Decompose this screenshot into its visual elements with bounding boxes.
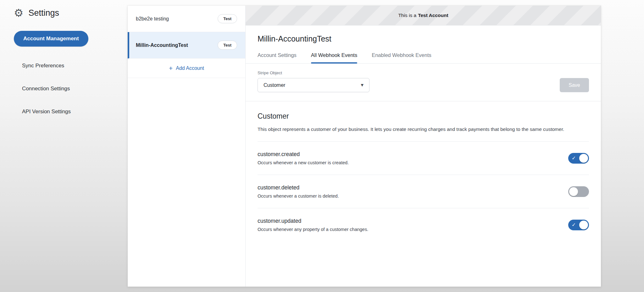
toggle-customer-created[interactable]: ✓ (568, 153, 589, 164)
event-description: Occurs whenever a new customer is create… (258, 160, 349, 165)
save-button[interactable]: Save (560, 78, 589, 92)
account-title: Millin-AccountingTest (258, 34, 589, 43)
check-icon: ✓ (572, 222, 576, 228)
section-description: This object represents a customer of you… (258, 126, 589, 133)
event-row-customer-updated: customer.updated Occurs whenever any pro… (258, 208, 589, 241)
event-text: customer.updated Occurs whenever any pro… (258, 218, 368, 232)
account-header: Millin-AccountingTest (246, 25, 601, 43)
toggle-knob (569, 187, 578, 196)
stripe-object-select[interactable]: Customer ▼ (258, 78, 369, 92)
tab-bar: Account Settings All Webhook Events Enab… (246, 52, 601, 64)
sidebar-item-label: API Version Settings (22, 109, 71, 115)
sidebar-item-label: Account Management (23, 36, 79, 42)
sidebar-item-connection-settings[interactable]: Connection Settings (14, 77, 128, 100)
stripe-object-bar: Stripe Object Customer ▼ Save (246, 64, 601, 101)
toggle-customer-updated[interactable]: ✓ (568, 220, 589, 230)
event-name: customer.created (258, 151, 349, 158)
webhook-events-content: Customer This object represents a custom… (246, 101, 601, 287)
event-row-customer-deleted: customer.deleted Occurs whenever a custo… (258, 175, 589, 208)
sidebar-nav: Account Management Sync Preferences Conn… (14, 31, 128, 123)
stripe-object-selected-value: Customer (264, 82, 285, 88)
add-account-label: Add Account (176, 65, 204, 71)
tab-label: All Webhook Events (311, 52, 357, 58)
event-name: customer.updated (258, 218, 368, 224)
account-name: b2be2e testing (136, 16, 169, 22)
account-row-millin-accountingtest[interactable]: Millin-AccountingTest Test (128, 32, 245, 59)
tab-enabled-webhook-events[interactable]: Enabled Webhook Events (372, 52, 431, 63)
sidebar-item-label: Connection Settings (22, 86, 70, 92)
settings-sidebar: ⚙ Settings Account Management Sync Prefe… (0, 0, 128, 123)
section-title: Customer (258, 112, 589, 121)
sidebar-item-label: Sync Preferences (22, 63, 64, 69)
tab-label: Account Settings (258, 52, 297, 58)
check-icon: ✓ (572, 155, 576, 161)
account-name: Millin-AccountingTest (136, 42, 188, 48)
chevron-down-icon: ▼ (361, 83, 364, 87)
tab-all-webhook-events[interactable]: All Webhook Events (311, 52, 357, 63)
main-panel: This is a Test Account Millin-Accounting… (246, 6, 601, 287)
sidebar-item-account-management[interactable]: Account Management (14, 31, 88, 47)
banner-text-bold: Test Account (418, 13, 448, 18)
test-badge: Test (218, 14, 237, 23)
sidebar-item-sync-preferences[interactable]: Sync Preferences (14, 54, 128, 77)
event-name: customer.deleted (258, 184, 339, 191)
sidebar-item-api-version-settings[interactable]: API Version Settings (14, 100, 128, 123)
plus-icon: + (169, 65, 173, 71)
banner-text: This is a (398, 13, 416, 18)
page-title: Settings (28, 8, 59, 18)
event-description: Occurs whenever any property of a custom… (258, 227, 368, 232)
test-account-banner: This is a Test Account (246, 6, 601, 25)
event-text: customer.created Occurs whenever a new c… (258, 151, 349, 165)
stripe-object-label: Stripe Object (258, 70, 369, 75)
toggle-knob (579, 154, 588, 163)
event-text: customer.deleted Occurs whenever a custo… (258, 184, 339, 199)
toggle-knob (579, 221, 588, 229)
tab-label: Enabled Webhook Events (372, 52, 431, 58)
gear-icon: ⚙ (14, 8, 23, 18)
event-row-customer-created: customer.created Occurs whenever a new c… (258, 142, 589, 175)
sidebar-header: ⚙ Settings (14, 8, 128, 18)
tab-account-settings[interactable]: Account Settings (258, 52, 297, 63)
account-row-b2be2e-testing[interactable]: b2be2e testing Test (128, 6, 245, 32)
stripe-object-field: Stripe Object Customer ▼ (258, 70, 369, 92)
add-account-button[interactable]: + Add Account (128, 59, 245, 78)
event-description: Occurs whenever a customer is deleted. (258, 194, 339, 199)
settings-card: b2be2e testing Test Millin-AccountingTes… (128, 6, 601, 287)
test-badge: Test (218, 41, 237, 50)
account-list: b2be2e testing Test Millin-AccountingTes… (128, 6, 246, 287)
toggle-customer-deleted[interactable]: ✓ (568, 186, 589, 197)
